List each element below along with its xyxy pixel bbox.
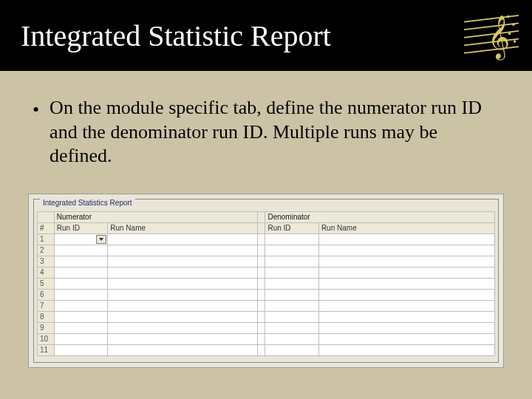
table-row[interactable]: 8 [38,311,495,322]
den-runname-cell[interactable] [318,245,494,256]
den-runname-cell[interactable] [318,289,494,300]
table-row[interactable]: 7 [38,300,495,311]
gap-cell [258,322,265,333]
section-numerator: Numerator [54,211,257,222]
header-num-runname[interactable]: Run Name [108,222,258,233]
den-runname-cell[interactable] [318,333,494,344]
den-runname-cell[interactable] [318,311,494,322]
table-row[interactable]: 2 [38,245,495,256]
dropdown-button[interactable] [96,235,106,244]
den-runid-cell[interactable] [265,311,318,322]
den-runname-cell[interactable] [318,300,494,311]
header-num-runid[interactable]: Run ID [54,222,107,233]
table-row[interactable]: 6 [38,289,495,300]
row-number: 6 [38,289,55,300]
row-number: 2 [38,245,55,256]
report-panel: Integrated Statistics Report Numerator D… [28,194,504,368]
svg-point-9 [514,40,516,43]
gap-cell [258,333,265,344]
table-row[interactable]: 9 [38,322,495,333]
num-runname-cell[interactable] [108,278,258,289]
den-runname-cell[interactable] [318,233,494,245]
col-rownum [38,211,55,222]
num-runid-cell[interactable] [54,311,107,322]
gap-cell [258,289,265,300]
row-number: 5 [38,278,55,289]
table-row[interactable]: 5 [38,278,495,289]
den-runid-cell[interactable] [265,344,318,355]
num-runid-cell[interactable] [54,256,107,267]
bullet-dot-icon: • [33,100,39,120]
num-runname-cell[interactable] [108,344,258,355]
den-runid-cell[interactable] [265,289,318,300]
den-runname-cell[interactable] [318,256,494,267]
num-runid-cell[interactable] [54,245,107,256]
svg-point-7 [512,23,515,26]
num-runname-cell[interactable] [108,256,258,267]
den-runname-cell[interactable] [318,322,494,333]
page-title: Integrated Statistic Report [21,18,331,53]
row-number: 11 [38,344,55,355]
gap-cell [258,344,265,355]
row-number: 8 [38,311,55,322]
header-gap [258,222,265,233]
svg-text:𝄞: 𝄞 [488,16,510,61]
num-runid-cell[interactable] [54,322,107,333]
den-runid-cell[interactable] [265,245,318,256]
table-row[interactable]: 3 [38,256,495,267]
header-den-runid[interactable]: Run ID [265,222,318,233]
num-runid-cell[interactable] [54,300,107,311]
num-runid-cell[interactable] [54,278,107,289]
num-runid-cell[interactable] [54,267,107,278]
den-runid-cell[interactable] [265,256,318,267]
row-number: 7 [38,300,55,311]
gap-cell [258,311,265,322]
music-clef-icon: 𝄞 [458,3,525,69]
table-row[interactable]: 4 [38,267,495,278]
num-runname-cell[interactable] [108,233,258,245]
header-rownum[interactable]: # [38,222,55,233]
den-runid-cell[interactable] [265,322,318,333]
report-fieldset: Integrated Statistics Report Numerator D… [33,199,499,363]
num-runname-cell[interactable] [108,311,258,322]
den-runname-cell[interactable] [318,267,494,278]
den-runname-cell[interactable] [318,344,494,355]
den-runid-cell[interactable] [265,333,318,344]
row-number: 1 [38,233,55,245]
num-runname-cell[interactable] [108,300,258,311]
gap-cell [258,256,265,267]
runs-grid[interactable]: Numerator Denominator # Run ID Run Name … [37,211,495,356]
num-runname-cell[interactable] [108,322,258,333]
table-row[interactable]: 11 [38,344,495,355]
bullet-paragraph: On the module specific tab, define the n… [50,96,488,168]
section-denominator: Denominator [265,211,495,222]
section-gap [258,211,265,222]
den-runid-cell[interactable] [265,233,318,245]
header-den-runname[interactable]: Run Name [318,222,494,233]
table-row[interactable]: 10 [38,333,495,344]
num-runid-cell[interactable] [54,344,107,355]
num-runname-cell[interactable] [108,333,258,344]
gap-cell [258,245,265,256]
row-number: 9 [38,322,55,333]
row-number: 3 [38,256,55,267]
den-runname-cell[interactable] [318,278,494,289]
den-runid-cell[interactable] [265,300,318,311]
gap-cell [258,300,265,311]
gap-cell [258,278,265,289]
svg-point-6 [507,16,510,18]
num-runname-cell[interactable] [108,289,258,300]
num-runname-cell[interactable] [108,267,258,278]
num-runid-cell[interactable] [54,333,107,344]
body-text: • On the module specific tab, define the… [0,71,532,168]
den-runid-cell[interactable] [265,278,318,289]
num-runname-cell[interactable] [108,245,258,256]
title-bar: Integrated Statistic Report 𝄞 [0,0,532,71]
fieldset-legend: Integrated Statistics Report [40,199,135,207]
den-runid-cell[interactable] [265,267,318,278]
num-runid-cell[interactable] [54,289,107,300]
row-number: 4 [38,267,55,278]
gap-cell [258,267,265,278]
table-row[interactable]: 1 [38,233,495,245]
num-runid-cell[interactable] [54,233,107,245]
